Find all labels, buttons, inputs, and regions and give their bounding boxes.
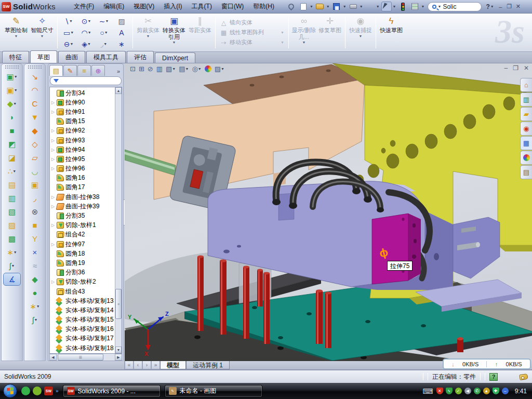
tree-item-12[interactable]: ▷曲面-拉伸39 xyxy=(51,202,115,211)
smart-dimension-button[interactable]: ✧智能尺寸▼ xyxy=(29,15,55,50)
dropdown-icon[interactable]: ▼ xyxy=(14,88,18,92)
search-box[interactable]: ▼ Solic xyxy=(428,2,482,11)
search-dropdown-icon[interactable]: ▼ xyxy=(437,5,441,8)
rib-button[interactable]: ▤ xyxy=(3,178,21,191)
draft-button[interactable]: ▼ xyxy=(26,111,44,124)
shape-button[interactable]: ◆ xyxy=(26,273,44,286)
dropdown-icon[interactable]: ▼ xyxy=(13,102,17,105)
scrollbar-thumb[interactable]: ☰ xyxy=(58,354,103,361)
tree-horizontal-scrollbar[interactable]: ◀ ☰ ▶ xyxy=(49,354,122,361)
dropdown-icon[interactable]: ▼ xyxy=(36,304,40,308)
dropdown-icon[interactable]: ▼ xyxy=(14,250,17,254)
scroll-left-button[interactable]: ◀ xyxy=(49,354,57,361)
apply-scene-button[interactable]: ▨▼ xyxy=(214,64,225,73)
tree-item-3[interactable]: 圆角15 xyxy=(51,117,115,126)
graphics-viewport[interactable]: ϕ Y Z X ⊡⊞⊘▥▧▼▤▼◎▼▨▼ –❐✕ 拉伸75 ⌂▥▰◉▦▤ xyxy=(125,63,532,361)
move-copy-body-button[interactable]: ▩ xyxy=(3,232,21,245)
tree-item-1[interactable]: ▷拉伸90 xyxy=(51,98,115,107)
options-list-button[interactable] xyxy=(410,2,420,11)
dropdown-icon[interactable]: ▼ xyxy=(12,169,16,173)
view-palette-tab[interactable]: ▦ xyxy=(520,136,532,150)
tree-item-17[interactable]: 圆角18 xyxy=(51,249,115,258)
revolved-boss-button[interactable]: ▣▼ xyxy=(3,84,21,97)
taskbar-clock[interactable]: 9:41 xyxy=(515,388,527,395)
dropdown-icon[interactable]: ▼ xyxy=(87,42,91,46)
edit-appearance-button[interactable] xyxy=(204,65,212,73)
dropdown-icon[interactable]: ▼ xyxy=(14,75,18,78)
curve-button[interactable]: ∫▼ xyxy=(3,259,21,272)
undo-button[interactable] xyxy=(365,2,375,11)
dome-button[interactable]: ◠ xyxy=(26,84,44,97)
expand-arrow-icon[interactable]: ▷ xyxy=(51,148,55,152)
expand-arrow-icon[interactable]: ▷ xyxy=(51,166,55,171)
combine-button[interactable]: ▥ xyxy=(3,192,21,205)
dropdown-icon[interactable]: ▼ xyxy=(393,5,396,8)
split-button[interactable]: ▨ xyxy=(3,219,21,232)
expand-arrow-icon[interactable]: ▷ xyxy=(51,110,55,114)
media-button[interactable] xyxy=(33,387,42,395)
instant3d-button[interactable]: ∗▼ xyxy=(3,246,21,259)
tree-item-4[interactable]: ▷拉伸92 xyxy=(51,126,115,136)
model-3d[interactable]: ϕ Y Z X xyxy=(125,63,532,361)
expand-arrow-icon[interactable]: ▷ xyxy=(51,157,55,162)
tree-item-11[interactable]: ▷曲面-拉伸38 xyxy=(51,192,115,202)
expand-arrow-icon[interactable]: ▷ xyxy=(51,128,55,133)
menu-item-3[interactable]: 插入(I) xyxy=(159,1,187,12)
tree-tabs-overflow-icon[interactable]: » xyxy=(115,68,122,76)
sketch-button[interactable]: ✎草图绘制▼ xyxy=(3,15,29,50)
scroll-up-button[interactable]: ▲ xyxy=(115,87,122,94)
tab-nav-3[interactable]: » xyxy=(151,361,160,369)
menu-item-1[interactable]: 编辑(E) xyxy=(99,1,129,12)
dropdown-icon[interactable]: ▼ xyxy=(11,264,15,268)
scroll-right-button[interactable]: ▶ xyxy=(115,354,122,361)
security-shield-icon[interactable]: ϟ xyxy=(446,388,453,394)
tree-item-14[interactable]: ▷切除-放样1 xyxy=(51,221,115,230)
dropdown-icon[interactable]: ▼ xyxy=(172,67,176,71)
expand-arrow-icon[interactable]: ▷ xyxy=(51,204,55,209)
ribbon-tab-DimXpert[interactable]: DimXpert xyxy=(155,52,195,63)
core-button[interactable]: ∗▼ xyxy=(26,300,44,313)
expand-arrow-icon[interactable]: ▷ xyxy=(51,138,55,143)
tree-item-26[interactable]: 实体-移动/复制17 xyxy=(51,334,115,343)
dropdown-icon[interactable]: ▼ xyxy=(15,34,18,38)
dropdown-icon[interactable]: ▼ xyxy=(104,31,108,34)
tree-item-15[interactable]: 组合42 xyxy=(51,230,115,240)
volume-icon[interactable]: ◀ xyxy=(464,388,471,394)
scrollbar-thumb[interactable]: ≡ xyxy=(115,289,122,319)
search-input[interactable]: Solic xyxy=(443,3,456,10)
app-close-button[interactable]: ✕ xyxy=(514,3,523,10)
zoom-fit-button[interactable]: ⊡ xyxy=(129,64,137,73)
ribbon-tab-评估[interactable]: 评估 xyxy=(127,51,154,63)
dropdown-icon[interactable]: ▼ xyxy=(185,67,189,71)
doc-tab-模型[interactable]: 模型 xyxy=(160,361,186,369)
rebuild-traffic-button[interactable] xyxy=(398,2,408,11)
tree-vertical-scrollbar[interactable]: ▲ ≡ ▼ xyxy=(115,87,122,353)
polygon-icon[interactable]: ◈▼ xyxy=(77,38,95,50)
parting-line-button[interactable]: Y xyxy=(26,232,44,245)
rapid-sketch-button[interactable]: ϟ快速草图 xyxy=(378,15,404,50)
surface-fill-button[interactable]: ◡ xyxy=(26,165,44,178)
update-badge-icon[interactable]: ✓ xyxy=(455,388,462,394)
save-button[interactable] xyxy=(331,2,342,11)
messenger-status-icon[interactable]: – xyxy=(502,388,509,394)
tree-item-25[interactable]: 实体-移动/复制16 xyxy=(51,325,115,334)
delete-face-button[interactable]: ⊗ xyxy=(26,205,44,218)
tree-item-2[interactable]: ▷拉伸91 xyxy=(51,107,115,116)
tree-item-22[interactable]: 实体-移动/复制13 xyxy=(51,296,115,305)
tree-item-19[interactable]: 分割36 xyxy=(51,268,115,277)
boundary-boss-button[interactable]: ■ xyxy=(3,124,21,137)
configurationmanager-tab[interactable]: ≡ xyxy=(77,65,91,76)
dropdown-icon[interactable]: ▼ xyxy=(310,5,313,8)
home-tab[interactable]: ⌂ xyxy=(520,78,532,92)
propertymanager-tab[interactable]: ✎ xyxy=(63,65,77,76)
slide-insert-part[interactable]: ϕ xyxy=(372,214,421,284)
ribbon-tab-草图[interactable]: 草图 xyxy=(30,50,57,63)
quick-launch-overflow-icon[interactable]: » xyxy=(56,388,59,394)
solidworks-quick-button[interactable]: SW xyxy=(44,387,53,395)
menu-item-4[interactable]: 工具(T) xyxy=(187,1,217,12)
tree-item-6[interactable]: ▷拉伸94 xyxy=(51,145,115,154)
dropdown-icon[interactable]: ▼ xyxy=(70,42,73,46)
document-restore-button[interactable]: ❐ xyxy=(513,64,518,72)
app-restore-button[interactable]: ❐ xyxy=(505,3,514,10)
dropdown-icon[interactable]: ▼ xyxy=(376,5,380,8)
